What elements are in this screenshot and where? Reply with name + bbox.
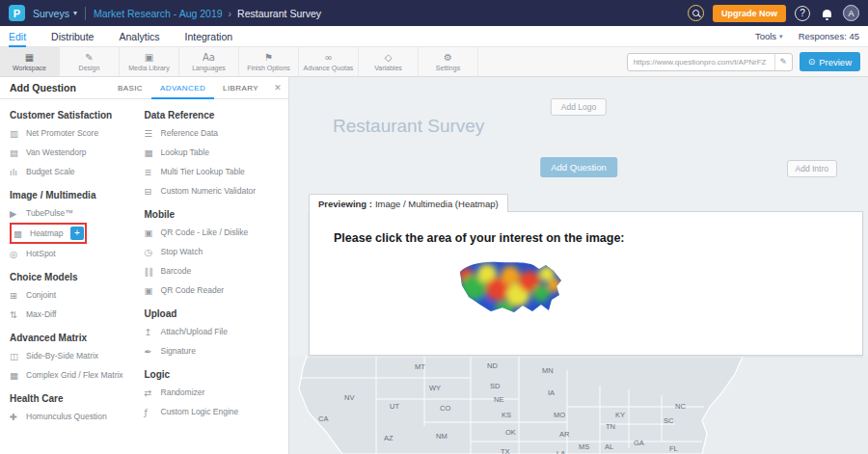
toolbar-item-label: Settings [436, 65, 460, 71]
question-type-net-promoter-score[interactable]: ▥Net Promoter Score [10, 123, 145, 143]
state-label-ky: KY [615, 411, 625, 419]
question-type-multi-tier-lookup-table[interactable]: ≣Multi Tier Lookup Table [145, 162, 288, 181]
close-icon[interactable]: ✕ [267, 83, 288, 93]
add-logo-button[interactable]: Add Logo [551, 98, 607, 116]
sidebar-header: Add Question BASICADVANCEDLIBRARY ✕ [0, 77, 288, 99]
question-type-qr-code-like-dislike[interactable]: ▣QR Code - Like / Dislike [145, 223, 288, 242]
question-type-qr-code-reader[interactable]: ▣QR Code Reader [145, 280, 288, 300]
sidebar-body: Customer Satisfaction▥Net Promoter Score… [0, 99, 288, 426]
upgrade-now-button[interactable]: Upgrade Now [713, 5, 786, 22]
tab-analytics[interactable]: Analytics [119, 26, 159, 47]
question-type-signature[interactable]: ✒Signature [145, 341, 288, 361]
responses-count[interactable]: Responses: 45 [799, 31, 859, 41]
toolbar-item-media-library[interactable]: ▣Media Library [120, 47, 179, 76]
sidebar-tab-library[interactable]: LIBRARY [214, 77, 267, 99]
surveys-menu[interactable]: Surveys ▾ [33, 8, 77, 19]
add-intro-button[interactable]: Add Intro [787, 160, 838, 177]
question-type-attach-upload-file[interactable]: ↥Attach/Upload File [145, 322, 288, 341]
preview-label: Preview [819, 57, 852, 67]
state-label-az: AZ [384, 434, 393, 442]
toolbar-item-advance-quotas[interactable]: ∞Advance Quotas [299, 47, 359, 76]
net-promoter-score-icon: ▥ [10, 128, 26, 139]
question-type-max-diff[interactable]: ⇅Max-Diff [10, 305, 145, 324]
user-avatar[interactable]: A [843, 5, 859, 21]
question-type-tubepulse[interactable]: ▶TubePulse™ [10, 203, 145, 223]
question-type-homunculus-question[interactable]: ✚Homunculus Question [10, 407, 145, 426]
previewing-tab: Previewing : Image / Multimedia (Heatmap… [309, 194, 508, 212]
main-nav: EditDistributeAnalyticsIntegration Tools… [0, 26, 868, 47]
qr-code-like-dislike-icon: ▣ [145, 227, 161, 238]
question-type-stop-watch[interactable]: ◷Stop Watch [145, 242, 288, 261]
heatmap-icon: ▩ [14, 228, 30, 239]
conjoint-icon: ⊞ [10, 290, 26, 301]
state-label-tx: TX [501, 447, 510, 454]
question-type-label: Custom Numeric Validator [161, 186, 257, 196]
breadcrumb-current: Restaurant Survey [237, 8, 321, 19]
search-button[interactable] [688, 5, 704, 21]
tubepulse-icon: ▶ [10, 208, 26, 219]
tab-edit[interactable]: Edit [9, 26, 26, 47]
toolbar-item-variables[interactable]: ◇Variables [359, 47, 419, 76]
section-heading: Upload [145, 308, 288, 319]
question-type-reference-data[interactable]: ☰Reference Data [145, 123, 288, 143]
survey-title[interactable]: Restaurant Survey [333, 116, 484, 137]
question-type-side-by-side-matrix[interactable]: ◫Side-By-Side Matrix [10, 346, 145, 365]
question-type-conjoint[interactable]: ⊞Conjoint [10, 285, 145, 305]
eye-icon: ⊙ [808, 57, 816, 67]
max-diff-icon: ⇅ [10, 309, 26, 320]
question-type-custom-logic-engine[interactable]: ƒCustom Logic Engine [145, 402, 288, 421]
toolbar-item-design[interactable]: ✎Design [60, 47, 120, 76]
state-label-mt: MT [415, 362, 425, 371]
toolbar-item-finish-options[interactable]: ⚑Finish Options [239, 47, 299, 76]
us-map-svg [289, 357, 868, 454]
survey-url-box[interactable]: https://www.questionpro.com/t/APNrFZ ✎ [627, 53, 793, 71]
question-type-label: QR Code - Like / Dislike [161, 227, 249, 237]
notifications-button[interactable] [819, 6, 834, 21]
state-label-ne: NE [494, 395, 503, 404]
toolbar-item-languages[interactable]: AaLanguages [179, 47, 239, 76]
preview-button[interactable]: ⊙ Preview [800, 52, 860, 71]
breadcrumb-parent[interactable]: Market Research - Aug 2019 [94, 8, 223, 19]
tab-integration[interactable]: Integration [184, 26, 232, 47]
state-label-ia: IA [548, 388, 555, 397]
heatmap-usa-image[interactable] [454, 256, 566, 328]
toolbar-item-settings[interactable]: ⚙Settings [419, 47, 478, 76]
sidebar-tab-basic[interactable]: BASIC [109, 77, 151, 99]
us-map-background: MTNDMNWYSDIANVNEUTCOKSMOKYNCSCTNCAOKARAZ… [289, 357, 868, 454]
question-type-label: Attach/Upload File [161, 327, 228, 336]
tools-label: Tools [755, 31, 776, 41]
edit-url-icon[interactable]: ✎ [774, 54, 792, 70]
question-type-label: HotSpot [26, 249, 56, 258]
question-type-randomizer[interactable]: ⇄Randomizer [145, 383, 288, 402]
question-type-lookup-table[interactable]: ▦Lookup Table [145, 143, 288, 162]
sidebar-column-1: Customer Satisfaction▥Net Promoter Score… [10, 101, 145, 426]
question-type-barcode[interactable]: ∥∥Barcode [145, 261, 288, 280]
toolbar-item-workspace[interactable]: ▦Workspace [0, 47, 60, 76]
question-type-hotspot[interactable]: ◎HotSpot [10, 244, 145, 263]
questionpro-logo[interactable]: P [9, 5, 25, 21]
toolbar-item-label: Workspace [13, 65, 46, 71]
reference-data-icon: ☰ [145, 128, 161, 139]
advance-quotas-icon: ∞ [324, 53, 332, 63]
question-type-label: Complex Grid / Flex Matrix [26, 370, 123, 380]
homunculus-question-icon: ✚ [10, 412, 26, 422]
state-label-fl: FL [669, 444, 678, 453]
toolbar-item-label: Variables [374, 65, 402, 71]
question-type-heatmap[interactable]: ▩Heatmap+ [10, 223, 87, 244]
question-type-custom-numeric-validator[interactable]: ⊟Custom Numeric Validator [145, 181, 288, 200]
question-type-van-westendorp[interactable]: ▤Van Westendorp [10, 143, 145, 162]
add-heatmap-button[interactable]: + [70, 227, 84, 240]
design-icon: ✎ [85, 53, 93, 63]
tools-dropdown[interactable]: Tools ▾ [755, 31, 783, 41]
question-type-label: Signature [161, 346, 196, 356]
help-button[interactable]: ? [795, 6, 810, 21]
toolbar-item-label: Advance Quotas [304, 65, 354, 71]
topbar: P Surveys ▾ Market Research - Aug 2019 ›… [0, 0, 868, 26]
sidebar-tab-advanced[interactable]: ADVANCED [151, 77, 214, 99]
state-label-mn: MN [542, 366, 554, 375]
question-type-complex-grid-flex-matrix[interactable]: ▦Complex Grid / Flex Matrix [10, 365, 145, 385]
add-question-button[interactable]: Add Question [540, 157, 617, 177]
question-type-budget-scale[interactable]: ılıBudget Scale [10, 162, 145, 181]
tab-distribute[interactable]: Distribute [51, 26, 94, 47]
attach-upload-file-icon: ↥ [145, 327, 161, 337]
